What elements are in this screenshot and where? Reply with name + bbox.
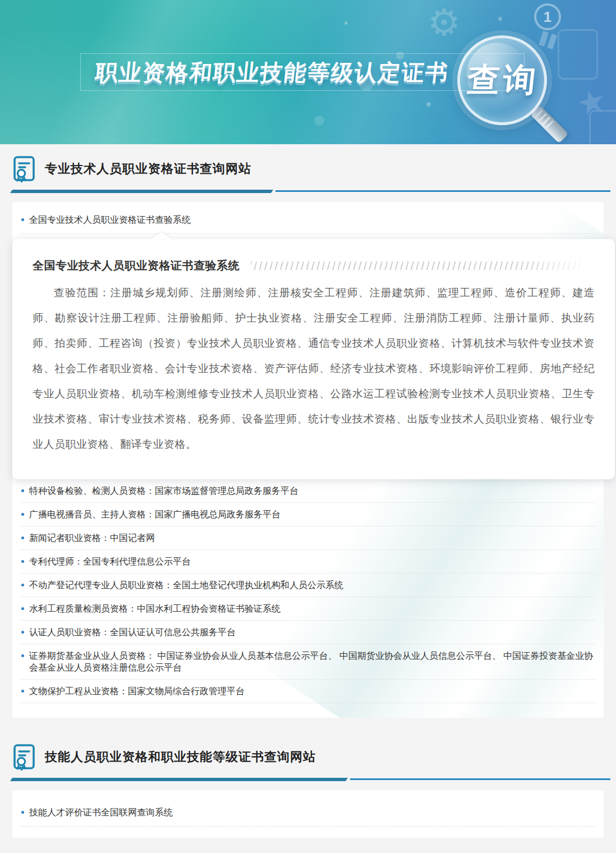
bullet-icon <box>21 811 24 814</box>
certificate-outline-icon <box>589 110 616 144</box>
section-title: 专业技术人员职业资格证书查询网站 <box>45 160 251 177</box>
panel-scope-text: 查验范围：注册城乡规划师、注册测绘师、注册核安全工程师、注册建筑师、监理工程师、… <box>33 280 595 457</box>
medal-icon: 1 <box>534 3 561 30</box>
section-title: 技能人员职业资格和职业技能等级证书查询网站 <box>45 749 316 765</box>
hatch-decoration <box>251 262 595 270</box>
bullet-icon <box>21 489 24 492</box>
bullet-icon <box>21 513 24 516</box>
bullet-icon <box>21 584 24 586</box>
bullet-icon <box>21 607 24 610</box>
list-item-label: 专利代理师：全国专利代理信息公示平台 <box>29 556 191 567</box>
section-divider <box>11 190 610 193</box>
magnifier-handle <box>531 106 569 144</box>
list-item[interactable]: 证券期货基金业从业人员资格： 中国证券业协会从业人员基本信息公示平台、 中国期货… <box>20 644 596 680</box>
list-item[interactable]: 广播电视播音员、主持人资格：国家广播电视总局政务服务平台 <box>20 503 596 526</box>
banner: ⚙ ★ 1 职业资格和职业技能等级认定证书 查询 <box>0 0 616 144</box>
certificate-icon <box>12 155 36 182</box>
list-item-featured[interactable]: 全国专业技术人员职业资格证书查验系统 <box>20 204 596 234</box>
section-header-skill: 技能人员职业资格和职业技能等级证书查询网站 <box>12 744 616 771</box>
bullet-icon <box>21 218 24 221</box>
section-divider <box>11 778 610 781</box>
list-item-label: 全国专业技术人员职业资格证书查验系统 <box>29 214 191 226</box>
medal-number: 1 <box>544 8 551 26</box>
list-item[interactable]: 文物保护工程从业资格：国家文物局综合行政管理平台 <box>20 680 596 703</box>
bubble-decoration <box>344 21 348 25</box>
list-item[interactable]: 新闻记者职业资格：中国记者网 <box>20 526 596 550</box>
panel-title: 全国专业技术人员职业资格证书查验系统 <box>33 258 240 273</box>
bullet-icon <box>21 654 24 657</box>
banner-search-label: 查询 <box>465 58 541 102</box>
skill-links-card: 技能人才评价证书全国联网查询系统 <box>12 790 604 838</box>
gear-icon: ⚙ <box>427 1 461 44</box>
bubble-decoration <box>498 17 502 21</box>
list-item-label: 广播电视播音员、主持人资格：国家广播电视总局政务服务平台 <box>29 508 281 520</box>
divider-right-segment <box>275 190 610 192</box>
magnifier-icon: 查询 <box>457 35 547 125</box>
certificate-outline-icon <box>558 29 598 80</box>
list-item-label: 特种设备检验、检测人员资格：国家市场监督管理总局政务服务平台 <box>29 485 298 497</box>
bullet-icon <box>21 690 24 693</box>
divider-right-segment <box>350 778 610 780</box>
bullet-icon <box>21 631 24 634</box>
magnifier-lens: 查询 <box>457 35 547 125</box>
bubble-decoration <box>426 102 431 107</box>
banner-title: 职业资格和职业技能等级认定证书 <box>94 57 450 88</box>
list-item[interactable]: 特种设备检验、检测人员资格：国家市场监督管理总局政务服务平台 <box>20 479 596 503</box>
list-item-label: 新闻记者职业资格：中国记者网 <box>29 532 155 544</box>
section-header-professional: 专业技术人员职业资格证书查询网站 <box>12 155 616 182</box>
divider-left-segment <box>10 778 348 781</box>
bullet-icon <box>21 536 24 539</box>
bubble-decoration <box>314 116 324 126</box>
list-item-label: 技能人才评价证书全国联网查询系统 <box>29 806 173 818</box>
list-item[interactable]: 专利代理师：全国专利代理信息公示平台 <box>20 550 596 574</box>
divider-left-segment <box>10 190 273 193</box>
certificate-icon <box>12 744 36 771</box>
list-item[interactable]: 技能人才评价证书全国联网查询系统 <box>20 799 596 827</box>
list-item[interactable]: 认证人员职业资格：全国认证认可信息公共服务平台 <box>20 621 596 644</box>
bullet-icon <box>21 560 24 563</box>
list-item-label: 证券期货基金业从业人员资格： 中国证券业协会从业人员基本信息公示平台、 中国期货… <box>29 650 596 673</box>
list-item[interactable]: 不动产登记代理专业人员职业资格：全国土地登记代理执业机构和人员公示系统 <box>20 574 596 597</box>
list-item-label: 水利工程质量检测员资格：中国水利工程协会资格证书验证系统 <box>29 603 281 614</box>
list-item-label: 认证人员职业资格：全国认证认可信息公共服务平台 <box>29 626 236 638</box>
list-item-label: 不动产登记代理专业人员职业资格：全国土地登记代理执业机构和人员公示系统 <box>29 579 343 591</box>
list-item-label: 文物保护工程从业资格：国家文物局综合行政管理平台 <box>29 685 245 697</box>
list-item[interactable]: 水利工程质量检测员资格：中国水利工程协会资格证书验证系统 <box>20 597 596 621</box>
professional-links-card: 全国专业技术人员职业资格证书查验系统 全国专业技术人员职业资格证书查验系统 查验… <box>12 202 604 718</box>
verification-system-panel: 全国专业技术人员职业资格证书查验系统 查验范围：注册城乡规划师、注册测绘师、注册… <box>12 239 615 479</box>
